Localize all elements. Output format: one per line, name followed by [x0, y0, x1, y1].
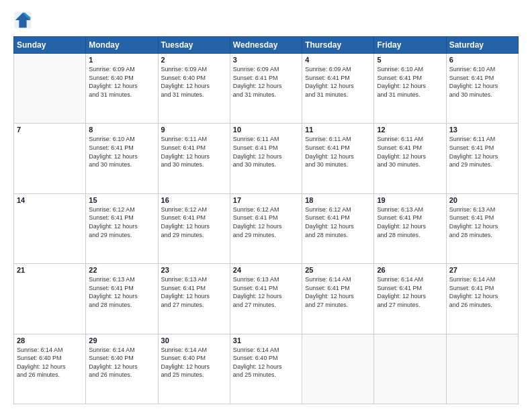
calendar-cell: 17Sunrise: 6:12 AM Sunset: 6:41 PM Dayli… [230, 193, 302, 263]
calendar-cell: 5Sunrise: 6:10 AM Sunset: 6:41 PM Daylig… [374, 54, 446, 124]
calendar-cell: 15Sunrise: 6:12 AM Sunset: 6:41 PM Dayli… [86, 193, 158, 263]
header [13, 11, 519, 30]
calendar-cell: 14 [14, 193, 86, 263]
day-number: 9 [161, 126, 227, 134]
weekday-header-sunday: Sunday [14, 37, 86, 54]
day-number: 17 [233, 196, 299, 204]
page: SundayMondayTuesdayWednesdayThursdayFrid… [0, 0, 532, 411]
day-number: 27 [449, 266, 515, 274]
calendar-cell: 22Sunrise: 6:13 AM Sunset: 6:41 PM Dayli… [86, 264, 158, 334]
day-number: 2 [161, 56, 227, 64]
day-number: 26 [377, 266, 443, 274]
day-info: Sunrise: 6:14 AM Sunset: 6:40 PM Dayligh… [233, 346, 299, 379]
calendar-cell [374, 334, 446, 404]
day-info: Sunrise: 6:11 AM Sunset: 6:41 PM Dayligh… [449, 135, 515, 169]
day-number: 11 [305, 126, 371, 134]
day-info: Sunrise: 6:13 AM Sunset: 6:41 PM Dayligh… [377, 205, 443, 239]
calendar-cell: 12Sunrise: 6:11 AM Sunset: 6:41 PM Dayli… [374, 124, 446, 193]
calendar-cell: 6Sunrise: 6:10 AM Sunset: 6:41 PM Daylig… [446, 54, 518, 124]
calendar-cell: 4Sunrise: 6:09 AM Sunset: 6:41 PM Daylig… [302, 54, 374, 124]
weekday-header-row: SundayMondayTuesdayWednesdayThursdayFrid… [14, 37, 519, 54]
day-number: 5 [377, 56, 443, 64]
day-number: 10 [233, 126, 299, 134]
day-number: 16 [161, 196, 227, 204]
calendar-cell: 7 [14, 124, 86, 193]
day-info: Sunrise: 6:14 AM Sunset: 6:41 PM Dayligh… [449, 275, 515, 309]
day-info: Sunrise: 6:12 AM Sunset: 6:41 PM Dayligh… [305, 205, 371, 239]
calendar-cell: 11Sunrise: 6:11 AM Sunset: 6:41 PM Dayli… [302, 124, 374, 193]
day-number: 13 [449, 126, 515, 134]
day-number: 7 [17, 126, 83, 134]
calendar-cell: 8Sunrise: 6:10 AM Sunset: 6:41 PM Daylig… [86, 124, 158, 193]
day-number: 21 [17, 266, 83, 274]
weekday-header-wednesday: Wednesday [230, 37, 302, 54]
logo-icon [13, 11, 32, 30]
day-number: 4 [305, 56, 371, 64]
calendar-cell: 23Sunrise: 6:13 AM Sunset: 6:41 PM Dayli… [158, 264, 230, 334]
day-number: 22 [89, 266, 154, 274]
weekday-header-friday: Friday [374, 37, 446, 54]
day-number: 18 [305, 196, 371, 204]
calendar-week-1: 1Sunrise: 6:09 AM Sunset: 6:40 PM Daylig… [14, 54, 519, 124]
day-info: Sunrise: 6:09 AM Sunset: 6:40 PM Dayligh… [89, 65, 154, 99]
calendar-cell [14, 54, 86, 124]
calendar-cell: 9Sunrise: 6:11 AM Sunset: 6:41 PM Daylig… [158, 124, 230, 193]
day-number: 24 [233, 266, 299, 274]
calendar-cell: 19Sunrise: 6:13 AM Sunset: 6:41 PM Dayli… [374, 193, 446, 263]
day-number: 30 [161, 336, 227, 345]
day-info: Sunrise: 6:09 AM Sunset: 6:41 PM Dayligh… [305, 65, 371, 99]
weekday-header-monday: Monday [86, 37, 158, 54]
day-number: 12 [377, 126, 443, 134]
day-info: Sunrise: 6:14 AM Sunset: 6:41 PM Dayligh… [305, 275, 371, 309]
day-info: Sunrise: 6:09 AM Sunset: 6:41 PM Dayligh… [233, 65, 299, 99]
calendar-cell [446, 334, 518, 404]
logo [13, 11, 35, 30]
day-info: Sunrise: 6:09 AM Sunset: 6:40 PM Dayligh… [161, 65, 227, 99]
day-info: Sunrise: 6:12 AM Sunset: 6:41 PM Dayligh… [161, 205, 227, 239]
day-number: 6 [449, 56, 515, 64]
day-info: Sunrise: 6:11 AM Sunset: 6:41 PM Dayligh… [161, 135, 227, 169]
calendar-week-2: 78Sunrise: 6:10 AM Sunset: 6:41 PM Dayli… [14, 124, 519, 193]
calendar-week-4: 2122Sunrise: 6:13 AM Sunset: 6:41 PM Day… [14, 264, 519, 334]
calendar-cell: 27Sunrise: 6:14 AM Sunset: 6:41 PM Dayli… [446, 264, 518, 334]
day-info: Sunrise: 6:13 AM Sunset: 6:41 PM Dayligh… [449, 205, 515, 239]
calendar-cell: 10Sunrise: 6:11 AM Sunset: 6:41 PM Dayli… [230, 124, 302, 193]
calendar-cell: 28Sunrise: 6:14 AM Sunset: 6:40 PM Dayli… [14, 334, 86, 404]
day-info: Sunrise: 6:14 AM Sunset: 6:40 PM Dayligh… [89, 346, 154, 379]
weekday-header-tuesday: Tuesday [158, 37, 230, 54]
day-number: 3 [233, 56, 299, 64]
day-info: Sunrise: 6:13 AM Sunset: 6:41 PM Dayligh… [233, 275, 299, 309]
day-number: 29 [89, 336, 154, 345]
calendar-cell: 26Sunrise: 6:14 AM Sunset: 6:41 PM Dayli… [374, 264, 446, 334]
day-info: Sunrise: 6:12 AM Sunset: 6:41 PM Dayligh… [89, 205, 154, 239]
day-info: Sunrise: 6:13 AM Sunset: 6:41 PM Dayligh… [89, 275, 154, 309]
day-info: Sunrise: 6:11 AM Sunset: 6:41 PM Dayligh… [377, 135, 443, 169]
day-info: Sunrise: 6:12 AM Sunset: 6:41 PM Dayligh… [233, 205, 299, 239]
day-number: 31 [233, 336, 299, 345]
day-number: 14 [17, 196, 83, 204]
day-info: Sunrise: 6:11 AM Sunset: 6:41 PM Dayligh… [233, 135, 299, 169]
day-number: 20 [449, 196, 515, 204]
calendar-cell: 31Sunrise: 6:14 AM Sunset: 6:40 PM Dayli… [230, 334, 302, 404]
calendar-week-3: 1415Sunrise: 6:12 AM Sunset: 6:41 PM Day… [14, 193, 519, 263]
calendar-cell: 16Sunrise: 6:12 AM Sunset: 6:41 PM Dayli… [158, 193, 230, 263]
day-info: Sunrise: 6:10 AM Sunset: 6:41 PM Dayligh… [449, 65, 515, 99]
calendar-cell: 13Sunrise: 6:11 AM Sunset: 6:41 PM Dayli… [446, 124, 518, 193]
calendar-cell: 18Sunrise: 6:12 AM Sunset: 6:41 PM Dayli… [302, 193, 374, 263]
day-number: 1 [89, 56, 154, 64]
calendar-cell: 3Sunrise: 6:09 AM Sunset: 6:41 PM Daylig… [230, 54, 302, 124]
calendar-cell: 21 [14, 264, 86, 334]
calendar-cell: 24Sunrise: 6:13 AM Sunset: 6:41 PM Dayli… [230, 264, 302, 334]
day-info: Sunrise: 6:14 AM Sunset: 6:41 PM Dayligh… [377, 275, 443, 309]
calendar-cell: 1Sunrise: 6:09 AM Sunset: 6:40 PM Daylig… [86, 54, 158, 124]
calendar-cell: 30Sunrise: 6:14 AM Sunset: 6:40 PM Dayli… [158, 334, 230, 404]
day-number: 23 [161, 266, 227, 274]
calendar-cell: 20Sunrise: 6:13 AM Sunset: 6:41 PM Dayli… [446, 193, 518, 263]
day-info: Sunrise: 6:10 AM Sunset: 6:41 PM Dayligh… [377, 65, 443, 99]
day-info: Sunrise: 6:10 AM Sunset: 6:41 PM Dayligh… [89, 135, 154, 169]
calendar-cell: 29Sunrise: 6:14 AM Sunset: 6:40 PM Dayli… [86, 334, 158, 404]
day-info: Sunrise: 6:14 AM Sunset: 6:40 PM Dayligh… [161, 346, 227, 379]
day-number: 19 [377, 196, 443, 204]
calendar-cell [302, 334, 374, 404]
day-number: 8 [89, 126, 154, 134]
